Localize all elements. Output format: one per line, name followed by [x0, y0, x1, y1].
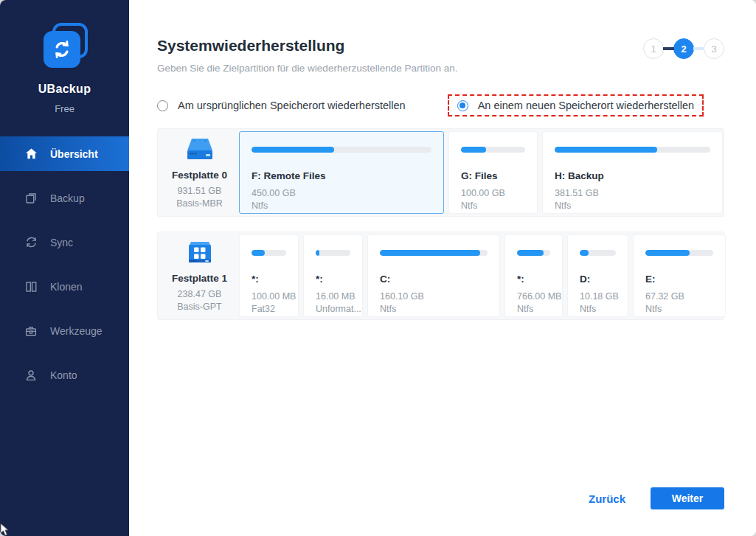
sidebar-item-label: Sync [50, 237, 73, 248]
partition-card-c[interactable]: C: 160.10 GB Ntfs [367, 234, 500, 317]
sidebar-item-label: Backup [50, 192, 85, 204]
partition-filesystem: Ntfs [461, 201, 525, 211]
page-title: Systemwiederherstellung [157, 37, 724, 55]
hdd-icon [183, 136, 217, 165]
sidebar-item-uebersicht[interactable]: Übersicht [0, 136, 129, 171]
partition-label: F: Remote Files [252, 170, 431, 181]
disk-info: Festplatte 0 931.51 GB Basis-MBR [160, 131, 239, 214]
usage-bar [252, 147, 431, 153]
restore-location-options: Am ursprünglichen Speicherort wiederhers… [157, 94, 724, 117]
page-header: Systemwiederherstellung Geben Sie die Zi… [157, 37, 724, 74]
toolbox-icon [24, 324, 38, 338]
partition-label: E: [645, 274, 713, 285]
partition-filesystem: Ntfs [380, 304, 488, 314]
usage-bar [555, 147, 710, 153]
partition-label: C: [380, 274, 488, 285]
partition-card-star1[interactable]: *: 100.00 MB Fat32 [239, 234, 299, 317]
partition-card-h[interactable]: H: Backup 381.51 GB Ntfs [542, 131, 723, 214]
partition-filesystem: Ntfs [517, 304, 550, 314]
app-name: UBackup [38, 83, 91, 96]
radio-unchecked-icon[interactable] [157, 100, 168, 111]
sidebar-item-label: Konto [50, 369, 77, 381]
disk-row-festplatte-0: Festplatte 0 931.51 GB Basis-MBR F: Remo… [157, 128, 724, 217]
app-edition: Free [55, 103, 74, 114]
page-subtitle: Geben Sie die Zielpartition für die wied… [157, 63, 724, 74]
next-button[interactable]: Weiter [651, 487, 724, 509]
partition-filesystem: Unformat... [316, 304, 350, 314]
step-2: 2 [673, 38, 694, 59]
disk-name: Festplatte 1 [172, 273, 227, 284]
sidebar-item-sync[interactable]: Sync [0, 225, 129, 260]
mouse-cursor [0, 523, 10, 536]
usage-bar [380, 250, 488, 256]
back-button[interactable]: Zurück [589, 493, 625, 505]
partition-label: G: Files [461, 170, 525, 181]
partition-label: *: [252, 274, 286, 285]
disk-info: Festplatte 1 238.47 GB Basis-GPT [160, 234, 239, 317]
disk-size: 238.47 GB [178, 288, 222, 301]
sidebar-item-konto[interactable]: Konto [0, 358, 129, 392]
app-logo: UBackup Free [0, 0, 129, 114]
partition-size: 450.00 GB [252, 188, 431, 198]
step-3: 3 [704, 38, 724, 59]
partition-filesystem: Fat32 [252, 304, 286, 314]
option-original-location[interactable]: Am ursprünglichen Speicherort wiederhers… [157, 100, 406, 111]
partition-card-star3[interactable]: *: 766.00 MB Ntfs [504, 234, 563, 317]
partition-size: 16.00 MB [316, 291, 350, 302]
app-window: UBackup Free Übersicht Backup Sync [0, 0, 756, 536]
radio-checked-icon[interactable] [457, 100, 468, 111]
option-label: An einem neuen Speicherort wiederherstel… [478, 100, 694, 111]
partition-card-f[interactable]: F: Remote Files 450.00 GB Ntfs [239, 131, 444, 214]
main-panel: Systemwiederherstellung Geben Sie die Zi… [129, 0, 756, 536]
partition-size: 100.00 MB [252, 291, 286, 302]
partition-size: 67.32 GB [645, 291, 713, 302]
disk-row-festplatte-1: Festplatte 1 238.47 GB Basis-GPT *: 100.… [157, 232, 724, 320]
usage-bar [461, 147, 525, 153]
sidebar-item-werkzeuge[interactable]: Werkzeuge [0, 313, 129, 348]
backup-icon [24, 191, 38, 206]
option-label: Am ursprünglichen Speicherort wiederhers… [178, 100, 406, 111]
step-connector-done [663, 47, 674, 50]
home-icon [24, 147, 38, 161]
sidebar-item-backup[interactable]: Backup [0, 181, 129, 215]
disk-type: Basis-MBR [176, 198, 223, 210]
usage-bar [580, 250, 616, 256]
partition-card-star2[interactable]: *: 16.00 MB Unformat... [303, 234, 363, 317]
partition-label: D: [580, 274, 616, 285]
step-connector-todo [693, 47, 704, 50]
app-logo-icon [44, 28, 86, 71]
sync-icon [24, 235, 38, 250]
wizard-footer: Zurück Weiter [589, 487, 724, 509]
partition-label: H: Backup [555, 170, 710, 181]
partition-size: 100.00 GB [461, 188, 525, 198]
partition-card-d[interactable]: D: 10.18 GB Ntfs [567, 234, 628, 317]
clone-icon [24, 279, 38, 294]
step-1: 1 [643, 38, 664, 59]
usage-bar [252, 250, 286, 256]
partition-filesystem: Ntfs [645, 304, 713, 314]
sidebar-nav: Übersicht Backup Sync Klonen [0, 136, 129, 392]
usage-bar [645, 250, 713, 256]
step-indicator: 1 2 3 [643, 38, 724, 59]
partition-filesystem: Ntfs [580, 304, 616, 314]
partition-label: *: [517, 274, 550, 285]
disk-type: Basis-GPT [177, 301, 221, 313]
partition-card-e[interactable]: E: 67.32 GB Ntfs [633, 234, 726, 317]
partition-filesystem: Ntfs [252, 201, 431, 211]
partition-filesystem: Ntfs [555, 201, 710, 211]
disk-size: 931.51 GB [178, 185, 222, 198]
sync-arrows-icon [44, 31, 80, 68]
sidebar-item-label: Werkzeuge [50, 325, 103, 337]
partition-card-g[interactable]: G: Files 100.00 GB Ntfs [448, 131, 538, 214]
partition-size: 766.00 MB [517, 291, 550, 302]
partition-label: *: [316, 274, 350, 285]
option-new-location[interactable]: An einem neuen Speicherort wiederherstel… [448, 94, 704, 116]
sidebar-item-label: Übersicht [50, 148, 98, 160]
partition-list: *: 100.00 MB Fat32 *: 16.00 MB Unformat.… [239, 234, 726, 317]
person-icon [24, 368, 38, 383]
usage-bar [517, 250, 550, 256]
usage-bar [316, 250, 350, 256]
sidebar-item-klonen[interactable]: Klonen [0, 269, 129, 304]
partition-size: 10.18 GB [580, 291, 616, 302]
partition-list: F: Remote Files 450.00 GB Ntfs G: Files … [239, 131, 723, 214]
